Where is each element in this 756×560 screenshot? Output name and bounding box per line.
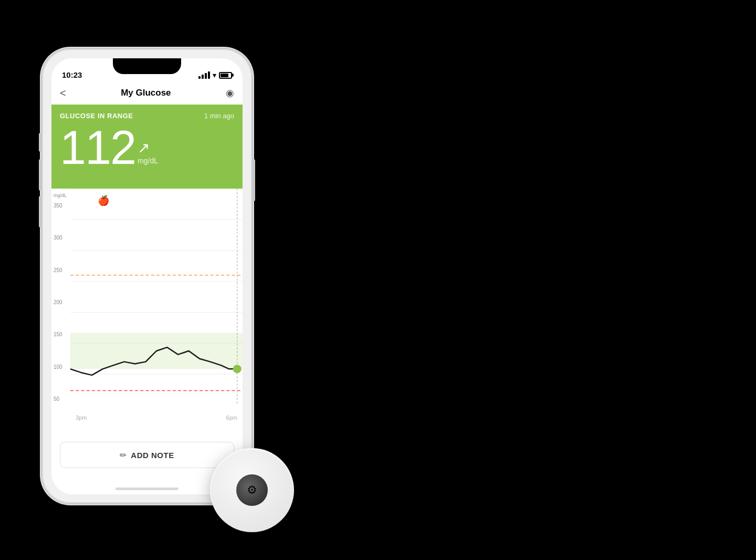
y-label-250: 250 [54,268,62,273]
wifi-icon: ▾ [213,71,216,79]
glucose-unit: mg/dL [138,157,158,165]
status-icons: ▾ [198,71,232,79]
y-label-300: 300 [54,235,62,241]
volume-down-button[interactable] [39,196,41,227]
status-time: 10:23 [62,70,82,79]
glucose-chart [70,189,243,405]
y-label-50: 50 [54,397,62,402]
svg-point-11 [233,365,242,373]
page-title: My Glucose [121,88,171,98]
pencil-icon: ✏ [120,450,127,460]
navigation-bar: < My Glucose ◉ [51,81,243,105]
phone-screen: 10:23 ▾ < My Glucose ◉ [51,58,243,494]
volume-up-button[interactable] [39,159,41,191]
sensor-logo-icon: ⚙ [247,483,257,497]
add-note-label: ADD NOTE [131,451,174,460]
glucose-trend-arrow: ↗ [138,141,158,155]
y-label-150: 150 [54,332,62,337]
notch [113,58,181,74]
add-note-button[interactable]: ✏ ADD NOTE [60,442,234,468]
y-label-100: 100 [54,365,62,370]
glucose-time-ago: 1 min ago [204,112,234,120]
mute-button[interactable] [39,133,41,152]
cgm-sensor: ⚙ [210,448,294,532]
y-axis-unit: mg/dL [54,193,67,198]
power-button[interactable] [253,159,255,201]
battery-icon [219,72,232,79]
glucose-value: 112 [60,124,135,171]
y-label-350: 350 [54,203,62,209]
chart-area: mg/dL 🍎 350 300 250 200 150 100 50 [51,189,243,431]
time-label-6pm: 6pm [226,414,237,421]
time-label-3pm: 3pm [76,414,87,421]
time-axis: 3pm 6pm [70,414,243,421]
y-label-200: 200 [54,300,62,305]
glucose-header: GLUCOSE IN RANGE 1 min ago 112 ↗ mg/dL [51,105,243,189]
home-indicator [116,488,178,490]
glucose-status-label: GLUCOSE IN RANGE [60,112,133,120]
sensor-logo-container: ⚙ [236,474,268,506]
sound-button[interactable]: ◉ [226,87,234,99]
back-button[interactable]: < [60,87,66,99]
signal-icon [198,71,210,79]
